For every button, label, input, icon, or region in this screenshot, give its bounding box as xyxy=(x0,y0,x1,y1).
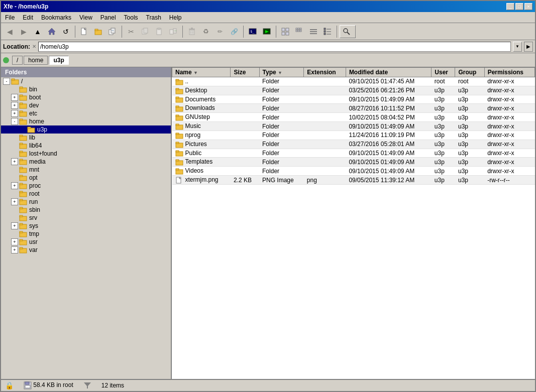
sidebar-item-lost-found[interactable]: lost+found xyxy=(1,150,171,158)
table-row[interactable]: nprogFolder11/24/2016 11:09:19 PMu3pu3pd… xyxy=(172,130,535,140)
expand-btn-dev[interactable]: + xyxy=(11,102,18,109)
table-row[interactable]: VideosFolder09/10/2015 01:49:09 AMu3pu3p… xyxy=(172,167,535,176)
col-user[interactable]: User xyxy=(432,68,455,77)
sidebar-item-u3p[interactable]: u3p xyxy=(1,125,171,134)
expand-btn-etc[interactable]: + xyxy=(11,110,18,117)
cell-modified: 09/10/2015 01:49:09 AM xyxy=(346,149,431,158)
expand-btn-media[interactable]: + xyxy=(11,158,18,165)
table-row[interactable]: PublicFolder09/10/2015 01:49:09 AMu3pu3p… xyxy=(172,149,535,158)
col-size[interactable]: Size xyxy=(231,68,259,77)
delete-button[interactable] xyxy=(185,25,198,38)
sidebar-item-tmp[interactable]: tmp xyxy=(1,230,171,238)
col-name[interactable]: Name ▼ xyxy=(172,68,231,77)
view-detail-button[interactable] xyxy=(321,25,334,38)
file-panel[interactable]: Name ▼ Size Type ▼ Extension Modified da… xyxy=(172,67,535,379)
sidebar-item-usr[interactable]: +usr xyxy=(1,238,171,246)
col-extension[interactable]: Extension xyxy=(304,68,346,77)
terminal-button[interactable]: $_ xyxy=(246,25,259,38)
new-file-button[interactable] xyxy=(78,25,91,38)
sidebar-item-sbin[interactable]: sbin xyxy=(1,206,171,214)
link-button[interactable]: 🔗 xyxy=(228,25,241,38)
sidebar-item-sys[interactable]: +sys xyxy=(1,222,171,230)
menu-help[interactable]: Help xyxy=(165,13,186,22)
back-button[interactable]: ◀ xyxy=(3,25,16,38)
menu-view[interactable]: View xyxy=(75,13,96,22)
close-button[interactable]: × xyxy=(524,3,532,10)
expand-btn-sys[interactable]: + xyxy=(11,222,18,229)
expand-btn-/[interactable]: - xyxy=(3,78,10,85)
reload-button[interactable]: ↺ xyxy=(59,25,72,38)
table-row[interactable]: DesktopFolder03/25/2016 06:21:26 PMu3pu3… xyxy=(172,86,535,95)
sidebar-item-opt[interactable]: opt xyxy=(1,174,171,182)
table-row[interactable]: xtermjm.png2.2 KBPNG Imagepng09/05/2015 … xyxy=(172,176,535,185)
search-button[interactable] xyxy=(340,25,356,38)
sidebar-item-dev[interactable]: +dev xyxy=(1,101,171,109)
cell-group: u3p xyxy=(455,140,484,149)
sidebar-item-media[interactable]: +media xyxy=(1,158,171,166)
col-modified[interactable]: Modified date xyxy=(346,68,431,77)
home-button[interactable] xyxy=(45,25,58,38)
table-row[interactable]: ..Folder09/10/2015 01:47:45 AMrootrootdr… xyxy=(172,77,535,86)
location-input[interactable] xyxy=(38,42,511,52)
table-row[interactable]: TemplatesFolder09/10/2015 01:49:09 AMu3p… xyxy=(172,158,535,167)
menu-file[interactable]: File xyxy=(1,13,19,22)
expand-btn-home[interactable]: - xyxy=(11,118,18,125)
sidebar-item--[interactable]: -/ xyxy=(1,77,171,85)
trash-button[interactable]: ♻ xyxy=(199,25,212,38)
table-row[interactable]: GNUstepFolder10/02/2015 08:04:52 PMu3pu3… xyxy=(172,113,535,122)
sidebar-item-etc[interactable]: +etc xyxy=(1,109,171,117)
sidebar-item-lib64[interactable]: lib64 xyxy=(1,142,171,150)
expand-btn-usr[interactable]: + xyxy=(11,238,18,245)
col-group[interactable]: Group xyxy=(455,68,484,77)
maximize-button[interactable]: □ xyxy=(515,3,523,10)
menu-bookmarks[interactable]: Bookmarks xyxy=(37,13,75,22)
location-dropdown-button[interactable]: ▼ xyxy=(513,42,522,52)
copy-to-button[interactable]: → xyxy=(106,25,119,38)
cut-button[interactable]: ✂ xyxy=(125,25,138,38)
copy-button[interactable] xyxy=(139,25,152,38)
table-row[interactable]: DownloadsFolder08/27/2016 10:11:52 PMu3p… xyxy=(172,104,535,113)
table-row[interactable]: DocumentsFolder09/10/2015 01:49:09 AMu3p… xyxy=(172,95,535,104)
breadcrumb-root[interactable]: / xyxy=(12,56,23,65)
cell-ext xyxy=(304,149,346,158)
cell-modified: 03/25/2016 06:21:26 PM xyxy=(346,86,431,95)
run-button[interactable] xyxy=(260,25,273,38)
sidebar-item-var[interactable]: +var xyxy=(1,246,171,254)
minimize-button[interactable]: _ xyxy=(506,3,514,10)
view-large-button[interactable] xyxy=(279,25,292,38)
expand-btn-var[interactable]: + xyxy=(11,246,18,253)
menu-trash[interactable]: Trash xyxy=(142,13,165,22)
forward-button[interactable]: ▶ xyxy=(17,25,30,38)
new-folder-button[interactable] xyxy=(92,25,105,38)
location-clear-button[interactable]: ✕ xyxy=(32,44,36,49)
sidebar-item-root[interactable]: root xyxy=(1,190,171,198)
sidebar-item-proc[interactable]: +proc xyxy=(1,182,171,190)
sidebar-item-run[interactable]: +run xyxy=(1,198,171,206)
cell-modified: 09/10/2015 01:49:09 AM xyxy=(346,95,431,104)
move-button[interactable]: → xyxy=(167,25,180,38)
sidebar-item-bin[interactable]: bin xyxy=(1,85,171,93)
expand-btn-boot[interactable]: + xyxy=(11,94,18,101)
expand-btn-run[interactable]: + xyxy=(11,198,18,205)
table-row[interactable]: PicturesFolder03/27/2016 05:28:01 AMu3pu… xyxy=(172,140,535,149)
view-list-button[interactable] xyxy=(307,25,320,38)
location-go-button[interactable]: ▶ xyxy=(524,42,533,52)
paste-button[interactable] xyxy=(153,25,166,38)
sidebar-item-boot[interactable]: +boot xyxy=(1,93,171,101)
view-small-button[interactable] xyxy=(293,25,306,38)
up-button[interactable]: ▲ xyxy=(31,25,44,38)
col-type[interactable]: Type ▼ xyxy=(259,68,304,77)
sidebar-item-lib[interactable]: lib xyxy=(1,134,171,142)
sidebar-item-home[interactable]: -home xyxy=(1,117,171,125)
col-permissions[interactable]: Permissions xyxy=(484,68,534,77)
menu-tools[interactable]: Tools xyxy=(120,13,142,22)
sidebar-item-srv[interactable]: srv xyxy=(1,214,171,222)
breadcrumb-u3p[interactable]: u3p xyxy=(49,56,68,65)
menu-panel[interactable]: Panel xyxy=(96,13,120,22)
breadcrumb-home[interactable]: home xyxy=(24,56,48,65)
sidebar-item-mnt[interactable]: mnt xyxy=(1,166,171,174)
menu-edit[interactable]: Edit xyxy=(19,13,37,22)
rename-button[interactable]: ✏ xyxy=(213,25,227,38)
expand-btn-proc[interactable]: + xyxy=(11,182,18,189)
table-row[interactable]: MusicFolder09/10/2015 01:49:09 AMu3pu3pd… xyxy=(172,122,535,131)
